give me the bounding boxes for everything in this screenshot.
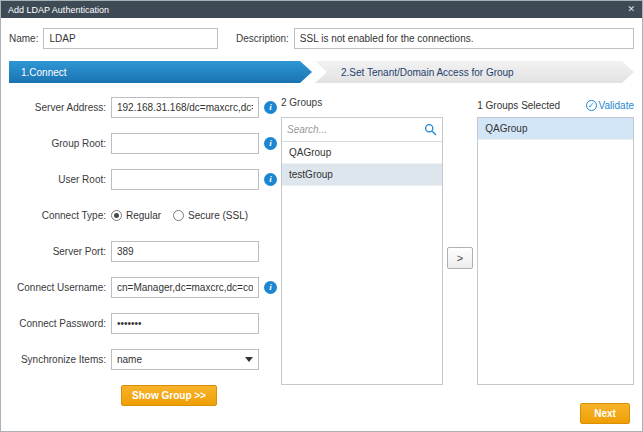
connect-type-options: Regular Secure (SSL) [111,210,260,221]
info-icon[interactable]: i [264,281,277,294]
selected-panel-title: 1 Groups Selected [477,100,560,111]
dialog-title: Add LDAP Authentication [8,5,109,15]
show-group-button[interactable]: Show Group >> [121,385,217,406]
synchronize-items-select[interactable]: name [111,349,259,370]
step-tenant-domain-access[interactable]: 2.Set Tenant/Domain Access for Group [315,61,634,83]
list-item[interactable]: QAGroup [478,118,633,140]
connect-type-regular-label: Regular [126,210,161,221]
main-content: Server Address: i Group Root: i User Roo… [1,83,642,406]
synchronize-items-label: Synchronize Items: [9,354,111,365]
connect-password-input[interactable] [111,313,259,334]
info-icon[interactable]: i [264,173,277,186]
radio-selected-icon[interactable] [111,210,122,221]
validate-check-icon: ✓ [586,100,597,111]
radio-unselected-icon[interactable] [173,210,184,221]
selected-groups-listbox: QAGroup [477,117,634,385]
connect-username-row: Connect Username: i [9,277,277,298]
info-icon[interactable]: i [264,137,277,150]
step-tenant-domain-access-label: 2.Set Tenant/Domain Access for Group [341,67,514,78]
close-icon[interactable]: ✕ [627,5,635,14]
server-port-row: Server Port: [9,241,277,262]
connect-username-input[interactable] [111,277,259,298]
connect-password-row: Connect Password: [9,313,277,334]
server-port-label: Server Port: [9,246,111,257]
groups-listbox: QAGroup testGroup [281,117,443,385]
connection-form: Server Address: i Group Root: i User Roo… [9,97,277,406]
description-label: Description: [236,33,289,44]
connect-type-secure-ssl[interactable]: Secure (SSL) [173,210,248,221]
next-button[interactable]: Next [580,403,630,424]
move-right-button[interactable]: > [447,247,473,269]
dialog-titlebar: Add LDAP Authentication ✕ [1,1,642,18]
list-item[interactable]: QAGroup [282,142,442,164]
validate-link[interactable]: ✓ Validate [586,100,634,111]
step-connect-label: 1.Connect [21,67,67,78]
server-address-label: Server Address: [9,102,111,113]
connect-password-label: Connect Password: [9,318,111,329]
group-root-input[interactable] [111,133,259,154]
groups-search-row [282,118,442,142]
synchronize-items-value: name [117,354,142,365]
groups-search-input[interactable] [287,120,424,140]
connect-type-regular[interactable]: Regular [111,210,161,221]
selected-groups-panel: 1 Groups Selected ✓ Validate QAGroup [477,97,634,406]
group-root-label: Group Root: [9,138,111,149]
connect-username-label: Connect Username: [9,282,111,293]
connect-type-secure-label: Secure (SSL) [188,210,248,221]
search-icon[interactable] [424,123,437,136]
groups-panel-title: 2 Groups [281,97,443,113]
server-address-input[interactable] [111,97,259,118]
connect-type-label: Connect Type: [9,210,111,221]
list-item[interactable]: testGroup [282,164,442,186]
connect-type-row: Connect Type: Regular Secure (SSL) [9,205,277,226]
step-connect[interactable]: 1.Connect [9,61,312,83]
user-root-input[interactable] [111,169,259,190]
server-port-input[interactable] [111,241,259,262]
name-input[interactable] [43,28,218,49]
groups-panel: 2 Groups QAGroup testGroup [281,97,443,406]
name-label: Name: [9,33,38,44]
transfer-column: > [443,97,478,406]
name-description-row: Name: Description: [1,18,642,57]
wizard-steps: 1.Connect 2.Set Tenant/Domain Access for… [9,61,634,83]
description-input[interactable] [294,28,634,49]
info-icon[interactable]: i [264,101,277,114]
synchronize-items-row: Synchronize Items: name [9,349,277,370]
selected-panel-header: 1 Groups Selected ✓ Validate [477,97,634,113]
user-root-label: User Root: [9,174,111,185]
validate-label: Validate [599,100,634,111]
user-root-row: User Root: i [9,169,277,190]
chevron-down-icon [245,357,253,362]
add-ldap-authentication-dialog: Add LDAP Authentication ✕ Name: Descript… [0,0,643,432]
server-address-row: Server Address: i [9,97,277,118]
group-root-row: Group Root: i [9,133,277,154]
